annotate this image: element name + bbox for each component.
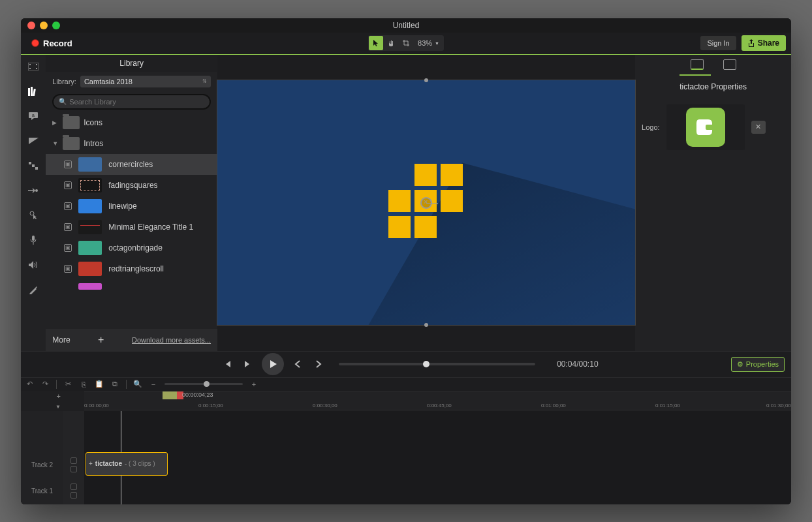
folder-icon xyxy=(63,137,80,150)
playhead-timecode: 00:00:04;23 xyxy=(182,392,213,398)
behaviors-icon[interactable] xyxy=(27,159,40,172)
search-input[interactable] xyxy=(69,98,204,106)
cursor-effects-icon[interactable] xyxy=(27,209,40,222)
track-lock-toggle[interactable] xyxy=(70,492,77,499)
scrubber-handle[interactable] xyxy=(423,361,429,367)
resize-handle-top[interactable] xyxy=(424,78,428,82)
item-label: linewipe xyxy=(108,202,136,211)
track-lock-toggle[interactable] xyxy=(70,466,77,472)
chevron-down-icon: ▼ xyxy=(52,140,59,147)
undo-button[interactable]: ↶ xyxy=(25,380,34,389)
svg-rect-7 xyxy=(33,88,36,95)
voice-narration-icon[interactable] xyxy=(27,234,40,247)
svg-rect-5 xyxy=(28,88,30,96)
gear-icon: ⚙ xyxy=(737,360,743,369)
expand-clip-icon[interactable]: + xyxy=(86,460,95,467)
item-thumbnail xyxy=(78,262,102,276)
resize-handle-bottom[interactable] xyxy=(424,323,428,327)
annotations-icon[interactable]: a xyxy=(27,110,40,123)
download-assets-link[interactable]: Download more assets... xyxy=(132,336,211,344)
cut-button[interactable]: ✂ xyxy=(63,380,72,389)
clip-subtitle: - ( 3 clips ) xyxy=(122,460,155,467)
playhead-marker[interactable] xyxy=(163,392,177,399)
chevron-down-icon: ▼ xyxy=(435,41,439,46)
playback-scrubber[interactable] xyxy=(339,363,535,365)
library-item-redtrianglescroll[interactable]: ▣ redtrianglescroll xyxy=(46,258,217,279)
add-marker-button[interactable]: + xyxy=(57,392,61,400)
prev-frame-button[interactable] xyxy=(220,357,234,371)
cursor-tool-button[interactable] xyxy=(369,36,383,50)
tick-label: 0:00:45;00 xyxy=(427,403,452,408)
library-icon[interactable] xyxy=(27,85,40,98)
properties-toggle-button[interactable]: ⚙ Properties xyxy=(731,357,785,372)
record-label: Record xyxy=(43,38,72,48)
library-item-fadingsquares[interactable]: ▣ fadingsquares xyxy=(46,175,217,196)
folder-icons[interactable]: ▶ Icons xyxy=(46,112,217,133)
properties-tab-visual[interactable] xyxy=(691,59,704,70)
properties-panel: tictactoe Properties Logo: ✕ xyxy=(635,55,791,351)
copy-button[interactable]: ⎘ xyxy=(79,380,88,389)
share-label: Share xyxy=(758,38,779,48)
preview-canvas[interactable] xyxy=(217,80,635,325)
paste-button[interactable]: 📋 xyxy=(95,380,104,389)
redo-button[interactable]: ↷ xyxy=(40,380,50,389)
item-label: octagonbrigade xyxy=(108,243,163,253)
library-dropdown[interactable]: Camtasia 2018 ⇅ xyxy=(80,76,211,87)
sign-in-button[interactable]: Sign In xyxy=(700,36,736,50)
next-frame-button[interactable] xyxy=(241,357,255,371)
library-item-cornercircles[interactable]: ▣ cornercircles xyxy=(46,154,217,175)
library-label: Library: xyxy=(52,78,76,85)
library-item-octagonbrigade[interactable]: ▣ octagonbrigade xyxy=(46,238,217,258)
zoom-out-button[interactable]: − xyxy=(149,380,158,389)
zoom-fit-icon[interactable]: 🔍 xyxy=(133,380,142,389)
folder-intros[interactable]: ▼ Intros xyxy=(46,133,217,154)
share-button[interactable]: Share xyxy=(742,35,786,51)
tick-label: 0:00:30;00 xyxy=(313,403,337,408)
clip-name: tictactoe xyxy=(95,460,122,467)
track-visibility-toggle[interactable] xyxy=(70,484,77,490)
tracks-area[interactable]: + tictactoe - ( 3 clips ) xyxy=(84,411,791,504)
timeline-zoom-slider[interactable] xyxy=(164,383,243,385)
collapse-button[interactable]: ▼ xyxy=(55,404,61,410)
chevron-right-icon: ▶ xyxy=(52,119,59,126)
crop-tool-button[interactable] xyxy=(399,36,413,50)
track-header-1[interactable]: Track 1 xyxy=(21,478,63,504)
item-thumbnail xyxy=(78,199,102,213)
record-button[interactable]: Record xyxy=(26,36,78,51)
clear-logo-button[interactable]: ✕ xyxy=(751,121,766,134)
top-toolbar: Record 83% ▼ Sign In Share xyxy=(21,33,791,55)
track-header-2[interactable]: Track 2 xyxy=(21,452,63,478)
folder-label: Icons xyxy=(84,118,102,127)
library-item-minimal-elegance[interactable]: ▣ Minimal Elegance Title 1 xyxy=(46,217,217,238)
media-bin-icon[interactable] xyxy=(27,60,40,73)
hand-tool-button[interactable] xyxy=(384,36,398,50)
logo-preview[interactable] xyxy=(666,104,745,150)
library-item-linewipe[interactable]: ▣ linewipe xyxy=(46,196,217,217)
audio-effects-icon[interactable] xyxy=(27,258,40,271)
item-type-icon: ▣ xyxy=(64,244,72,252)
library-search[interactable]: 🔍 xyxy=(52,94,211,110)
record-icon xyxy=(31,39,39,47)
timeline-ruler[interactable]: 00:00:04;23 0:00:00;00 0:00:15;00 0:00:3… xyxy=(84,391,791,410)
add-button[interactable]: + xyxy=(98,334,104,346)
visual-effects-icon[interactable] xyxy=(27,283,40,296)
zoom-value: 83% xyxy=(418,39,432,47)
svg-rect-1 xyxy=(29,64,31,65)
step-forward-button[interactable] xyxy=(311,357,326,371)
more-button[interactable]: More xyxy=(52,335,70,345)
zoom-dropdown[interactable]: 83% ▼ xyxy=(414,39,443,47)
track-visibility-toggle[interactable] xyxy=(70,457,77,464)
timeline-clip-tictactoe[interactable]: + tictactoe - ( 3 clips ) xyxy=(86,452,168,476)
properties-button-label: Properties xyxy=(746,360,779,368)
transitions-icon[interactable] xyxy=(27,134,40,147)
logo-label: Logo: xyxy=(642,123,660,131)
zoom-in-button[interactable]: + xyxy=(249,380,258,389)
search-icon: 🔍 xyxy=(59,98,67,105)
animations-icon[interactable] xyxy=(27,184,40,197)
step-back-button[interactable] xyxy=(290,357,305,371)
split-button[interactable]: ⧉ xyxy=(110,380,119,389)
library-item-partial[interactable] xyxy=(46,279,217,290)
time-display: 00:04/00:10 xyxy=(548,360,607,369)
play-button[interactable] xyxy=(262,353,284,375)
properties-tab-media[interactable] xyxy=(723,59,736,70)
